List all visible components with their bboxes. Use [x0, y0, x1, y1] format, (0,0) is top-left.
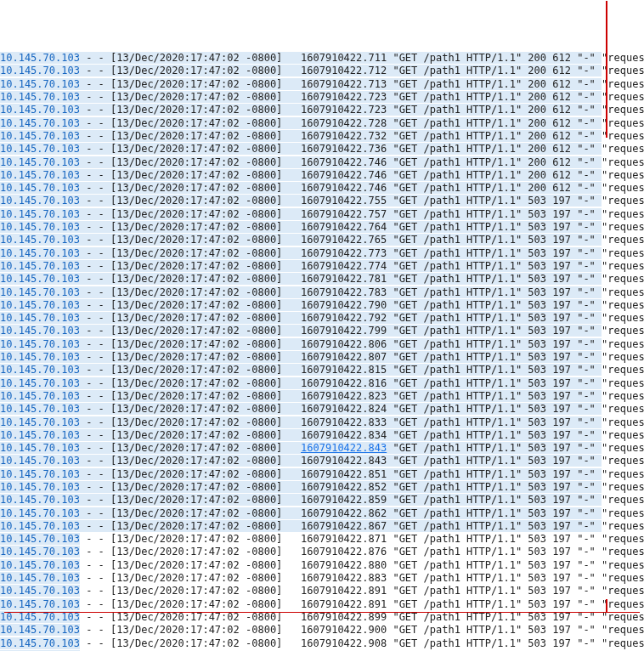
- log-body: - - [13/Dec/2020:17:47:02 -0800] 1607910…: [80, 637, 602, 649]
- log-body: - - [13/Dec/2020:17:47:02 -0800] 1607910…: [80, 455, 602, 467]
- user-agent: "request5" "-": [602, 117, 644, 129]
- user-agent: "request23" "-": [602, 338, 644, 350]
- ip: 10.145.70.103: [0, 208, 80, 220]
- log-line: 10.145.70.103 - - [13/Dec/2020:17:47:02 …: [0, 364, 644, 376]
- user-agent: "request41" "-": [602, 572, 644, 584]
- timestamp-brackets: [13/Dec/2020:17:47:02 -0800]: [110, 273, 282, 285]
- timestamp-brackets: [13/Dec/2020:17:47:02 -0800]: [110, 494, 282, 506]
- ip: 10.145.70.103: [0, 78, 80, 90]
- epoch-ts: 1607910422.783: [301, 286, 387, 298]
- ip: 10.145.70.103: [0, 481, 80, 493]
- log-body: - - [13/Dec/2020:17:47:02 -0800] 1607910…: [80, 208, 602, 220]
- timestamp-brackets: [13/Dec/2020:17:47:02 -0800]: [110, 364, 282, 376]
- log-line: 10.145.70.103 - - [13/Dec/2020:17:47:02 …: [0, 260, 644, 273]
- epoch-ts: 1607910422.824: [301, 403, 387, 415]
- ip: 10.145.70.103: [0, 442, 80, 454]
- user-agent: "request28" "-": [602, 403, 644, 415]
- log-body: - - [13/Dec/2020:17:47:02 -0800] 1607910…: [80, 546, 602, 558]
- log-body: - - [13/Dec/2020:17:47:02 -0800] 1607910…: [80, 260, 602, 272]
- epoch-ts: 1607910422.852: [301, 481, 387, 493]
- log-body: - - [13/Dec/2020:17:47:02 -0800] 1607910…: [80, 481, 602, 493]
- request-status: "GET /path1 HTTP/1.1" 503 197 "-": [393, 390, 602, 402]
- log-body: - - [13/Dec/2020:17:47:02 -0800] 1607910…: [80, 221, 602, 233]
- log-line: 10.145.70.103 - - [13/Dec/2020:17:47:02 …: [0, 52, 644, 65]
- ip: 10.145.70.103: [0, 468, 80, 480]
- log-body: - - [13/Dec/2020:17:47:02 -0800] 1607910…: [80, 156, 602, 168]
- log-line: 10.145.70.103 - - [13/Dec/2020:17:47:02 …: [0, 559, 644, 572]
- log-line: 10.145.70.103 - - [13/Dec/2020:17:47:02 …: [0, 221, 644, 234]
- access-log: 10.145.70.103 - - [13/Dec/2020:17:47:02 …: [0, 52, 644, 651]
- request-status: "GET /path1 HTTP/1.1" 503 197 "-": [393, 234, 602, 246]
- log-body: - - [13/Dec/2020:17:47:02 -0800] 1607910…: [80, 130, 602, 142]
- epoch-ts: 1607910422.807: [301, 351, 387, 363]
- log-line: 10.145.70.103 - - [13/Dec/2020:17:47:02 …: [0, 169, 644, 182]
- user-agent: "request11" "-": [602, 169, 644, 181]
- ip: 10.145.70.103: [0, 221, 80, 233]
- epoch-ts: 1607910422.774: [301, 260, 387, 272]
- timestamp-brackets: [13/Dec/2020:17:47:02 -0800]: [110, 520, 282, 532]
- timestamp-brackets: [13/Dec/2020:17:47:02 -0800]: [110, 78, 282, 90]
- user-agent: "request1" "-": [602, 52, 644, 64]
- ip: 10.145.70.103: [0, 91, 80, 103]
- log-line: 10.145.70.103 - - [13/Dec/2020:17:47:02 …: [0, 507, 644, 520]
- ip: 10.145.70.103: [0, 403, 80, 415]
- log-line: 10.145.70.103 - - [13/Dec/2020:17:47:02 …: [0, 624, 644, 637]
- log-line: 10.145.70.103 - - [13/Dec/2020:17:47:02 …: [0, 286, 644, 299]
- user-agent: "request7" "-": [602, 130, 644, 142]
- epoch-ts: 1607910422.862: [301, 507, 387, 519]
- log-body: - - [13/Dec/2020:17:47:02 -0800] 1607910…: [80, 325, 602, 337]
- log-body: - - [13/Dec/2020:17:47:02 -0800] 1607910…: [80, 364, 602, 376]
- log-body: - - [13/Dec/2020:17:47:02 -0800] 1607910…: [80, 182, 602, 194]
- epoch-ts: 1607910422.899: [301, 611, 387, 623]
- request-status: "GET /path1 HTTP/1.1" 503 197 "-": [393, 520, 602, 532]
- timestamp-brackets: [13/Dec/2020:17:47:02 -0800]: [110, 585, 282, 597]
- request-status: "GET /path1 HTTP/1.1" 503 197 "-": [393, 429, 602, 441]
- user-agent: "request34" "-": [602, 481, 644, 493]
- log-body: - - [13/Dec/2020:17:47:02 -0800] 1607910…: [80, 559, 602, 571]
- log-line: 10.145.70.103 - - [13/Dec/2020:17:47:02 …: [0, 338, 644, 351]
- epoch-ts: 1607910422.834: [301, 429, 387, 441]
- ip: 10.145.70.103: [0, 351, 80, 363]
- ip: 10.145.70.103: [0, 260, 80, 272]
- log-line: 10.145.70.103 - - [13/Dec/2020:17:47:02 …: [0, 104, 644, 116]
- epoch-ts: 1607910422.880: [301, 559, 387, 571]
- epoch-ts: 1607910422.773: [301, 247, 387, 259]
- request-status: "GET /path1 HTTP/1.1" 503 197 "-": [393, 507, 602, 519]
- request-status: "GET /path1 HTTP/1.1" 503 197 "-": [393, 611, 602, 623]
- timestamp-brackets: [13/Dec/2020:17:47:02 -0800]: [110, 52, 282, 64]
- epoch-ts: 1607910422.765: [301, 234, 387, 246]
- timestamp-brackets: [13/Dec/2020:17:47:02 -0800]: [110, 377, 282, 389]
- ip: 10.145.70.103: [0, 455, 80, 467]
- request-status: "GET /path1 HTTP/1.1" 503 197 "-": [393, 468, 602, 480]
- ip: 10.145.70.103: [0, 338, 80, 350]
- timestamp-brackets: [13/Dec/2020:17:47:02 -0800]: [110, 169, 282, 181]
- user-agent: "request21" "-": [602, 312, 644, 324]
- log-body: - - [13/Dec/2020:17:47:02 -0800] 1607910…: [80, 520, 602, 532]
- log-line: 10.145.70.103 - - [13/Dec/2020:17:47:02 …: [0, 390, 644, 403]
- epoch-ts: 1607910422.746: [301, 169, 387, 181]
- timestamp-brackets: [13/Dec/2020:17:47:02 -0800]: [110, 403, 282, 415]
- ip: 10.145.70.103: [0, 377, 80, 389]
- epoch-ts: 1607910422.746: [301, 156, 387, 168]
- epoch-ts: 1607910422.799: [301, 325, 387, 337]
- ip: 10.145.70.103: [0, 611, 80, 623]
- ip: 10.145.70.103: [0, 559, 80, 571]
- ip: 10.145.70.103: [0, 572, 80, 584]
- timestamp-brackets: [13/Dec/2020:17:47:02 -0800]: [110, 312, 282, 324]
- user-agent: "request45" "-": [602, 624, 644, 636]
- log-body: - - [13/Dec/2020:17:47:02 -0800] 1607910…: [80, 169, 602, 181]
- user-agent: "request46" "-": [602, 637, 644, 649]
- request-status: "GET /path1 HTTP/1.1" 503 197 "-": [393, 637, 602, 649]
- user-agent: "request24" "-": [602, 351, 644, 363]
- user-agent: "request36" "-": [602, 507, 644, 519]
- log-body: - - [13/Dec/2020:17:47:02 -0800] 1607910…: [80, 78, 602, 90]
- epoch-ts: 1607910422.908: [301, 637, 387, 649]
- log-line: 10.145.70.103 - - [13/Dec/2020:17:47:02 …: [0, 195, 644, 207]
- log-line: 10.145.70.103 - - [13/Dec/2020:17:47:02 …: [0, 351, 644, 364]
- red-marker-47: [606, 599, 607, 613]
- user-agent: "request15" "-": [602, 234, 644, 246]
- epoch-ts: 1607910422.876: [301, 546, 387, 558]
- ip: 10.145.70.103: [0, 429, 80, 441]
- log-line: 10.145.70.103 - - [13/Dec/2020:17:47:02 …: [0, 247, 644, 260]
- timestamp-brackets: [13/Dec/2020:17:47:02 -0800]: [110, 299, 282, 311]
